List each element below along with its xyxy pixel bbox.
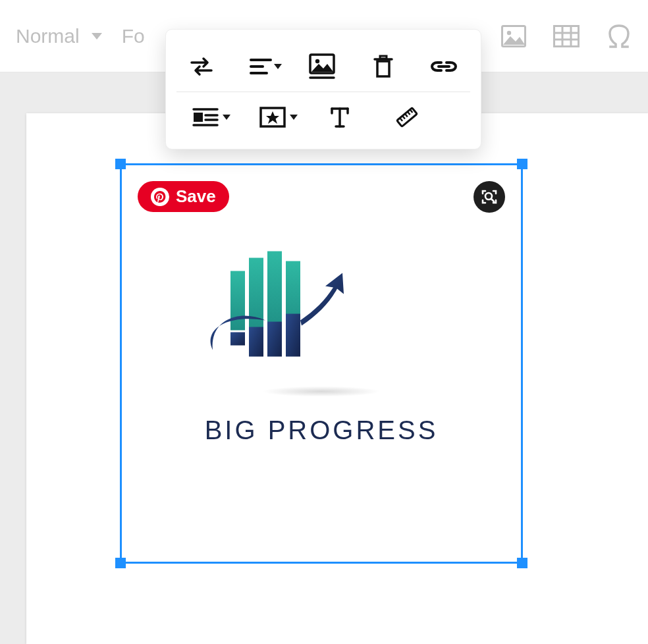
chevron-down-icon	[290, 115, 298, 120]
svg-rect-38	[267, 251, 282, 330]
image-framed-icon	[308, 53, 336, 80]
chevron-down-icon	[92, 33, 102, 40]
svg-rect-2	[554, 26, 579, 46]
trash-icon	[373, 55, 393, 78]
image-toolbar-row-1	[166, 41, 481, 92]
resize-handle-top-right[interactable]	[517, 159, 527, 169]
text-wrap-icon	[192, 107, 219, 127]
ruler-icon	[394, 105, 419, 130]
svg-rect-17	[194, 113, 203, 122]
replace-image-button[interactable]	[190, 51, 213, 82]
insert-symbol-button[interactable]	[606, 23, 632, 49]
font-family-select[interactable]: Fo	[122, 25, 145, 47]
svg-rect-15	[377, 61, 389, 76]
image-size-button[interactable]	[391, 101, 423, 133]
text-wrap-button[interactable]	[190, 101, 221, 133]
svg-rect-40	[230, 332, 245, 345]
image-icon	[501, 25, 526, 47]
paragraph-style-label: Normal	[16, 25, 80, 47]
swap-icon	[190, 57, 213, 76]
table-icon	[553, 25, 580, 47]
link-icon	[431, 59, 457, 74]
image-caption-button[interactable]	[324, 101, 356, 133]
text-icon	[329, 105, 350, 129]
selected-image[interactable]: Save	[120, 163, 523, 564]
logo-graphic	[176, 234, 361, 379]
image-style-button[interactable]	[257, 101, 288, 133]
star-frame-icon	[259, 107, 286, 128]
logo-shadow	[262, 386, 381, 396]
logo-text: BIG PROGRESS	[176, 415, 466, 444]
resize-handle-bottom-left[interactable]	[115, 558, 126, 568]
align-image-button[interactable]	[249, 51, 273, 82]
top-toolbar-right-group	[500, 23, 632, 49]
chevron-down-icon	[274, 64, 282, 69]
resize-handle-top-left[interactable]	[115, 159, 126, 169]
svg-rect-42	[267, 321, 282, 356]
image-toolbar-row-2	[166, 92, 481, 142]
svg-rect-43	[286, 313, 300, 356]
visual-search-button[interactable]	[473, 181, 505, 213]
svg-line-31	[405, 114, 408, 117]
insert-table-button[interactable]	[553, 23, 580, 49]
svg-line-30	[402, 116, 405, 119]
image-context-toolbar	[165, 29, 481, 149]
image-link-button[interactable]	[431, 51, 457, 82]
lens-icon	[480, 188, 499, 206]
font-family-label: Fo	[122, 25, 145, 47]
svg-line-33	[410, 109, 413, 113]
svg-rect-41	[249, 327, 263, 356]
omega-icon	[607, 24, 632, 48]
svg-line-35	[491, 199, 494, 201]
svg-rect-36	[230, 271, 245, 330]
svg-line-29	[400, 118, 402, 121]
logo-image-content: BIG PROGRESS	[176, 234, 466, 444]
svg-point-11	[315, 59, 319, 63]
svg-point-1	[507, 30, 511, 34]
pinterest-icon	[151, 188, 169, 206]
pinterest-save-button[interactable]: Save	[138, 181, 229, 212]
delete-image-button[interactable]	[371, 51, 395, 82]
pinterest-save-label: Save	[176, 186, 216, 207]
svg-rect-14	[380, 56, 387, 59]
align-left-icon	[250, 57, 272, 76]
insert-image-button[interactable]	[500, 23, 527, 49]
resize-handle-bottom-right[interactable]	[517, 558, 527, 568]
paragraph-style-select[interactable]: Normal	[16, 25, 102, 47]
svg-line-32	[408, 112, 410, 115]
chevron-down-icon	[223, 115, 230, 120]
image-display-button[interactable]	[308, 51, 336, 82]
